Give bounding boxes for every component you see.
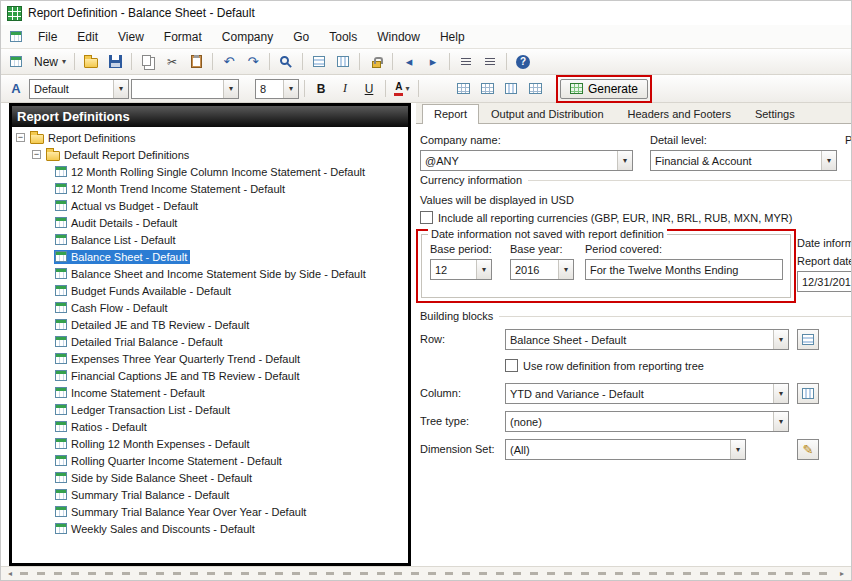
- tree-item[interactable]: Income Statement - Default: [12, 384, 408, 401]
- underline-button[interactable]: U: [358, 79, 380, 99]
- help-button[interactable]: ?: [512, 52, 534, 72]
- cut-button[interactable]: ✂: [161, 52, 183, 72]
- font-name-select[interactable]: Default ▾: [29, 79, 129, 99]
- tree-type-select[interactable]: (none) ▾: [505, 411, 789, 432]
- tree-item[interactable]: Audit Details - Default: [12, 214, 408, 231]
- menu-company[interactable]: Company: [213, 27, 282, 47]
- tree-item[interactable]: Financial Captions JE and TB Review - De…: [12, 367, 408, 384]
- arrow-right-icon: ▸: [430, 54, 437, 69]
- row-definition-select[interactable]: Balance Sheet - Default ▾: [505, 329, 789, 350]
- tree-item[interactable]: Actual vs Budget - Default: [12, 197, 408, 214]
- menu-file[interactable]: File: [29, 27, 66, 47]
- tree-item[interactable]: Balance Sheet and Income Statement Side …: [12, 265, 408, 282]
- menu-format[interactable]: Format: [155, 27, 211, 47]
- tree-item[interactable]: Expenses Three Year Quarterly Trend - De…: [12, 350, 408, 367]
- tree-item[interactable]: 12 Month Trend Income Statement - Defaul…: [12, 180, 408, 197]
- back-button[interactable]: ◂: [398, 52, 420, 72]
- base-year-select[interactable]: 2016 ▾: [510, 259, 574, 280]
- report-window-icon[interactable]: [10, 31, 22, 42]
- paste-button[interactable]: [185, 52, 207, 72]
- merge-cells-button[interactable]: [452, 79, 474, 99]
- tree-item[interactable]: Ledger Transaction List - Default: [12, 401, 408, 418]
- font-size-select[interactable]: 8 ▾: [255, 79, 299, 99]
- menu-view[interactable]: View: [109, 27, 153, 47]
- separator: [74, 53, 75, 70]
- tree-item[interactable]: 12 Month Rolling Single Column Income St…: [12, 163, 408, 180]
- merge-cells-icon: [457, 83, 470, 94]
- new-button[interactable]: New ▾: [29, 52, 69, 72]
- fonts-button[interactable]: A: [5, 79, 27, 99]
- tree-item[interactable]: Summary Trial Balance Year Over Year - D…: [12, 503, 408, 520]
- collapse-icon[interactable]: −: [32, 150, 41, 159]
- detail-level-select[interactable]: Financial & Account ▾: [650, 150, 837, 171]
- company-name-select[interactable]: @ANY ▾: [420, 150, 633, 171]
- tree-item[interactable]: Detailed JE and TB Review - Default: [12, 316, 408, 333]
- borders-button[interactable]: [524, 79, 546, 99]
- tree-item[interactable]: Cash Flow - Default: [12, 299, 408, 316]
- tab-report[interactable]: Report: [422, 104, 479, 124]
- bold-button[interactable]: B: [310, 79, 332, 99]
- tab-output-and-distribution[interactable]: Output and Distribution: [479, 104, 616, 123]
- tree-item[interactable]: Balance List - Default: [12, 231, 408, 248]
- scroll-left-icon[interactable]: ◂: [3, 568, 17, 579]
- dimension-set-edit-button[interactable]: ✎: [797, 439, 819, 460]
- format-table-button[interactable]: [500, 79, 522, 99]
- column-definition-open-button[interactable]: [797, 383, 819, 404]
- base-period-select[interactable]: 12 ▾: [430, 259, 492, 280]
- tree-root[interactable]: −Report Definitions: [12, 129, 408, 146]
- font-style-select[interactable]: ▾: [131, 79, 239, 99]
- tree-item[interactable]: Side by Side Balance Sheet - Default: [12, 469, 408, 486]
- tree-item[interactable]: Budget Funds Available - Default: [12, 282, 408, 299]
- use-row-definition-checkbox[interactable]: [505, 359, 518, 372]
- tree-item-label: Expenses Three Year Quarterly Trend - De…: [71, 353, 300, 365]
- collapse-icon[interactable]: −: [16, 133, 25, 142]
- new-report-icon[interactable]: [5, 52, 27, 72]
- tree-item[interactable]: Rolling 12 Month Expenses - Default: [12, 435, 408, 452]
- save-button[interactable]: [104, 52, 126, 72]
- report-date-input[interactable]: 12/31/2016: [797, 271, 851, 292]
- tree-item-label: 12 Month Trend Income Statement - Defaul…: [71, 183, 285, 195]
- menu-edit[interactable]: Edit: [68, 27, 107, 47]
- tree-item[interactable]: Ratios - Default: [12, 418, 408, 435]
- menu-window[interactable]: Window: [368, 27, 429, 47]
- tab-settings[interactable]: Settings: [743, 104, 807, 123]
- indent-increase-button[interactable]: [479, 52, 501, 72]
- column-definition-select[interactable]: YTD and Variance - Default ▾: [505, 383, 789, 404]
- insert-columns-button[interactable]: [332, 52, 354, 72]
- scrollbar-track[interactable]: [20, 572, 832, 575]
- tree-folder-default-report-definitions[interactable]: −Default Report Definitions: [12, 146, 408, 163]
- formatting-toolbar: A Default ▾ ▾ 8 ▾ B I U A ▾ Ge: [1, 75, 851, 103]
- tab-headers-and-footers[interactable]: Headers and Footers: [616, 104, 743, 123]
- lock-button[interactable]: [365, 52, 387, 72]
- tree-item[interactable]: Summary Trial Balance - Default: [12, 486, 408, 503]
- horizontal-scrollbar[interactable]: ◂ ▸: [1, 566, 851, 580]
- undo-icon: ↶: [224, 54, 235, 69]
- insert-rows-button[interactable]: [308, 52, 330, 72]
- scroll-right-icon[interactable]: ▸: [835, 568, 849, 579]
- menu-go[interactable]: Go: [284, 27, 318, 47]
- tree-item[interactable]: Rolling Quarter Income Statement - Defau…: [12, 452, 408, 469]
- forward-button[interactable]: ▸: [422, 52, 444, 72]
- open-button[interactable]: [80, 52, 102, 72]
- tree-item[interactable]: Detailed Trial Balance - Default: [12, 333, 408, 350]
- redo-button[interactable]: ↷: [242, 52, 264, 72]
- undo-button[interactable]: ↶: [218, 52, 240, 72]
- tree-item-label: Rolling Quarter Income Statement - Defau…: [71, 455, 282, 467]
- split-cells-button[interactable]: [476, 79, 498, 99]
- tree-item[interactable]: Balance Sheet - Default: [12, 248, 408, 265]
- period-covered-input[interactable]: For the Twelve Months Ending: [585, 259, 783, 280]
- tree-type-label: Tree type:: [420, 415, 469, 427]
- indent-decrease-button[interactable]: [455, 52, 477, 72]
- font-color-button[interactable]: A ▾: [391, 79, 413, 99]
- italic-button[interactable]: I: [334, 79, 356, 99]
- include-currencies-checkbox[interactable]: [420, 211, 433, 224]
- copy-button[interactable]: [137, 52, 159, 72]
- menu-tools[interactable]: Tools: [320, 27, 366, 47]
- report-sheet-icon: [55, 200, 67, 211]
- dimension-set-select[interactable]: (All) ▾: [505, 439, 746, 460]
- menu-help[interactable]: Help: [431, 27, 474, 47]
- tree-item[interactable]: Weekly Sales and Discounts - Default: [12, 520, 408, 537]
- row-definition-open-button[interactable]: [797, 329, 819, 350]
- find-button[interactable]: [275, 52, 297, 72]
- generate-button[interactable]: Generate: [560, 79, 648, 99]
